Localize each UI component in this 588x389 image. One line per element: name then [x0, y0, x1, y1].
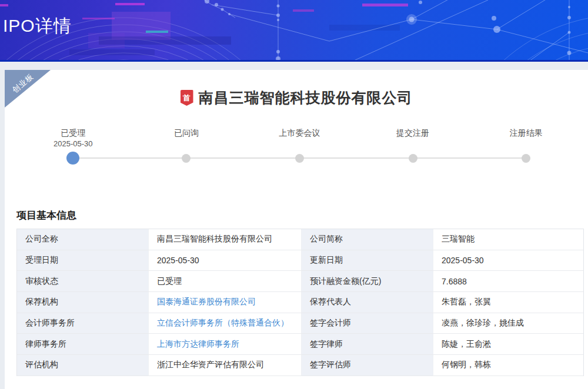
- stepper-step: 上市委会议: [243, 127, 356, 166]
- stepper-step-dot: [66, 152, 79, 165]
- stepper-step: 已问询: [130, 127, 243, 166]
- stepper-step-dot: [409, 154, 417, 163]
- info-label: 审核状态: [17, 271, 149, 292]
- info-value: 2025-05-30: [157, 256, 199, 265]
- content-card: 创业板 首 南昌三瑞智能科技股份有限公司 已受理2025-05-30已问询上市委…: [5, 70, 588, 389]
- info-value-cell: 何钢明，韩栋: [433, 355, 583, 376]
- stepper-step-label: 上市委会议: [279, 127, 320, 139]
- info-label: 受理日期: [17, 250, 149, 271]
- page-title: IPO详情: [3, 14, 72, 38]
- stepper-step-dot-wrap: [522, 150, 530, 166]
- info-value-cell: 南昌三瑞智能科技股份有限公司: [149, 229, 302, 250]
- info-value-cell: 已受理: [149, 271, 302, 292]
- info-label: 保荐代表人: [302, 292, 433, 313]
- first-issue-badge-icon: 首: [181, 90, 193, 106]
- info-label: 会计师事务所: [17, 313, 149, 334]
- info-value-cell: 2025-05-30: [433, 250, 583, 271]
- stepper-step-dot-wrap: [182, 150, 191, 166]
- company-name: 南昌三瑞智能科技股份有限公司: [199, 88, 413, 108]
- stepper-step-label: 注册结果: [510, 127, 543, 139]
- stepper-step-dot-wrap: [409, 150, 417, 166]
- info-value-link[interactable]: 上海市方达律师事务所: [157, 339, 239, 350]
- ipo-progress-stepper: 已受理2025-05-30已问询上市委会议提交注册注册结果: [16, 127, 583, 168]
- stepper-step: 注册结果: [469, 127, 583, 166]
- info-label: 公司全称: [17, 229, 149, 250]
- banner-decoration: [0, 0, 588, 62]
- info-value-cell: 上海市方达律师事务所: [149, 334, 302, 355]
- stepper-step: 提交注册: [356, 127, 470, 166]
- info-label: 保荐机构: [17, 292, 149, 313]
- stepper-step: 已受理2025-05-30: [16, 127, 130, 166]
- stepper-step-label: 提交注册: [396, 127, 429, 139]
- section-title: 项目基本信息: [16, 209, 76, 222]
- info-value: 陈婕，王俞淞: [442, 339, 491, 350]
- info-value: 三瑞智能: [442, 234, 475, 244]
- stepper-step-dot-wrap: [66, 150, 79, 166]
- info-value-cell: 凌燕，徐珍珍，姚佳成: [433, 313, 583, 334]
- info-label: 签字评估师: [302, 355, 433, 376]
- info-value: 已受理: [157, 276, 182, 287]
- stepper-step-dot-wrap: [295, 150, 304, 166]
- stepper-step-label: 已受理: [61, 127, 85, 139]
- info-value: 2025-05-30: [442, 256, 484, 265]
- info-label: 预计融资金额(亿元): [302, 271, 433, 292]
- info-value-link[interactable]: 国泰海通证券股份有限公司: [157, 297, 256, 307]
- info-value-cell: 浙江中企华资产评估有限公司: [149, 355, 302, 376]
- info-label: 评估机构: [17, 355, 149, 376]
- page: IPO详情 创业板 首 南昌三瑞智能科技股份有限公司 已受理2025-05-30…: [0, 0, 588, 389]
- stepper-step-dot: [182, 154, 191, 163]
- info-value: 朱哲磊，张翼: [442, 297, 491, 307]
- info-value-cell: 陈婕，王俞淞: [433, 334, 583, 355]
- info-value-link[interactable]: 立信会计师事务所（特殊普通合伙）: [157, 318, 289, 328]
- info-label: 签字律师: [302, 334, 433, 355]
- info-value-cell: 国泰海通证券股份有限公司: [149, 292, 302, 313]
- stepper-step-label: 已问询: [174, 127, 199, 139]
- info-value-cell: 2025-05-30: [149, 250, 302, 271]
- stepper-step-date: 2025-05-30: [54, 139, 93, 150]
- info-value: 何钢明，韩栋: [442, 360, 491, 370]
- stepper-step-dot: [522, 154, 530, 163]
- info-label: 公司简称: [302, 229, 433, 250]
- info-label: 律师事务所: [17, 334, 149, 355]
- stepper-step-dot: [295, 154, 304, 163]
- info-value-cell: 朱哲磊，张翼: [433, 292, 583, 313]
- stepper-steps: 已受理2025-05-30已问询上市委会议提交注册注册结果: [16, 127, 583, 166]
- info-value-cell: 立信会计师事务所（特殊普通合伙）: [149, 313, 302, 334]
- info-value: 南昌三瑞智能科技股份有限公司: [157, 234, 272, 244]
- basic-info-table: 公司全称南昌三瑞智能科技股份有限公司公司简称三瑞智能受理日期2025-05-30…: [16, 229, 584, 376]
- info-label: 更新日期: [302, 250, 433, 271]
- info-value: 浙江中企华资产评估有限公司: [157, 360, 264, 370]
- info-value-cell: 三瑞智能: [433, 229, 583, 250]
- info-label: 签字会计师: [302, 313, 433, 334]
- info-value-cell: 7.6888: [433, 271, 583, 292]
- company-title-row: 首 南昌三瑞智能科技股份有限公司: [5, 88, 588, 108]
- info-value: 凌燕，徐珍珍，姚佳成: [442, 318, 524, 328]
- page-header-banner: IPO详情: [0, 0, 588, 62]
- info-value: 7.6888: [442, 277, 467, 286]
